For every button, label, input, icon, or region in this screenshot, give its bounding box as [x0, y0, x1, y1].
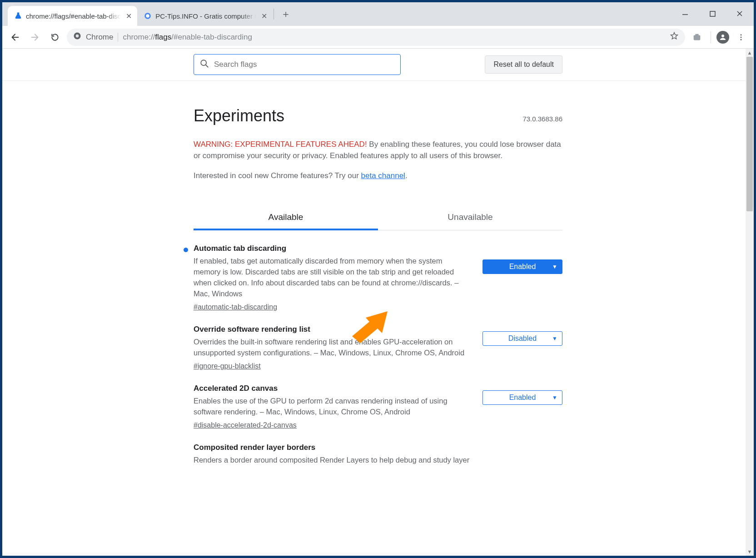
forward-button[interactable]: [27, 29, 43, 45]
browser-tab-active[interactable]: chrome://flags/#enable-tab-disc ✕: [8, 6, 137, 26]
tab-unavailable[interactable]: Unavailable: [378, 206, 562, 230]
close-window-button[interactable]: [729, 5, 750, 23]
tab-title: chrome://flags/#enable-tab-disc: [26, 12, 121, 20]
close-icon[interactable]: ✕: [124, 12, 133, 20]
flags-body: Experiments 73.0.3683.86 WARNING: EXPERI…: [194, 106, 562, 466]
window-controls: [675, 2, 750, 25]
flags-tabs: Available Unavailable: [194, 206, 562, 230]
flask-icon: [14, 12, 22, 20]
flag-description: Overrides the built-in software renderin…: [194, 337, 470, 359]
svg-point-10: [721, 35, 724, 37]
flag-item: Composited render layer borders Renders …: [194, 429, 562, 466]
maximize-button[interactable]: [702, 5, 723, 23]
svg-point-14: [201, 60, 206, 65]
page-title: Experiments: [194, 106, 284, 125]
beta-channel-link[interactable]: beta channel: [361, 171, 405, 180]
flag-anchor-link[interactable]: #ignore-gpu-blacklist: [194, 362, 261, 370]
flag-title: Accelerated 2D canvas: [194, 384, 470, 393]
flag-description: Enables the use of the GPU to perform 2d…: [194, 396, 470, 418]
chevron-down-icon: ▼: [552, 264, 557, 270]
svg-point-12: [741, 36, 742, 38]
browser-toolbar: Chrome chrome://flags/#enable-tab-discar…: [2, 26, 754, 49]
menu-icon[interactable]: [733, 29, 749, 45]
extension-icon[interactable]: [689, 29, 705, 45]
url-text: chrome://flags/#enable-tab-discarding: [123, 33, 252, 42]
svg-point-11: [741, 34, 742, 35]
svg-point-13: [741, 39, 742, 40]
flag-item: Override software rendering list Overrid…: [194, 311, 562, 370]
search-flags-box[interactable]: [194, 54, 401, 75]
globe-icon: [144, 12, 152, 20]
flag-anchor-link[interactable]: #disable-accelerated-2d-canvas: [194, 421, 297, 429]
toolbar-divider: [711, 31, 711, 43]
scrollbar-thumb[interactable]: [746, 57, 753, 211]
profile-avatar[interactable]: [716, 31, 729, 44]
search-icon: [199, 59, 209, 70]
flag-item: Accelerated 2D canvas Enables the use of…: [194, 370, 562, 429]
flag-title: Composited render layer borders: [194, 443, 562, 452]
url-chip: Chrome: [86, 33, 118, 42]
chevron-down-icon: ▼: [552, 335, 557, 342]
warning-label: WARNING: EXPERIMENTAL FEATURES AHEAD!: [194, 140, 367, 149]
browser-tab[interactable]: PC-Tips.INFO - Gratis computer t ✕: [137, 6, 273, 26]
svg-rect-3: [710, 11, 715, 16]
svg-point-1: [146, 14, 150, 18]
flag-title: Override software rendering list: [194, 325, 470, 334]
scroll-up-arrow-icon[interactable]: ▲: [746, 49, 754, 57]
browser-tab-strip: chrome://flags/#enable-tab-disc ✕ PC-Tip…: [2, 2, 754, 26]
close-icon[interactable]: ✕: [260, 12, 268, 20]
chevron-down-icon: ▼: [552, 394, 557, 401]
bookmark-star-icon[interactable]: [670, 31, 679, 43]
minimize-button[interactable]: [675, 5, 696, 23]
interest-paragraph: Interested in cool new Chrome features? …: [194, 171, 562, 180]
search-input[interactable]: [214, 60, 395, 69]
flag-description: Renders a border around composited Rende…: [194, 455, 562, 466]
flag-description: If enabled, tabs get automatically disca…: [194, 256, 470, 299]
flag-state-dropdown[interactable]: Enabled ▼: [482, 259, 562, 274]
svg-line-15: [206, 65, 209, 68]
flag-state-dropdown[interactable]: Enabled ▼: [482, 390, 562, 405]
tab-available[interactable]: Available: [194, 206, 378, 230]
new-tab-button[interactable]: ＋: [278, 6, 294, 22]
version-text: 73.0.3683.86: [522, 115, 562, 123]
svg-rect-9: [695, 34, 698, 35]
flags-header-bar: Reset all to default: [2, 49, 754, 81]
flag-state-dropdown[interactable]: Disabled ▼: [482, 331, 562, 346]
flag-item: Automatic tab discarding If enabled, tab…: [194, 230, 562, 311]
page-content: Reset all to default Experiments 73.0.36…: [2, 49, 754, 556]
svg-point-7: [76, 35, 79, 38]
tab-title: PC-Tips.INFO - Gratis computer t: [155, 12, 256, 20]
back-button[interactable]: [7, 29, 23, 45]
chrome-icon: [73, 32, 81, 42]
flag-title: Automatic tab discarding: [194, 244, 470, 253]
scroll-down-arrow-icon[interactable]: ▼: [746, 548, 754, 556]
svg-rect-8: [694, 35, 701, 40]
reset-all-button[interactable]: Reset all to default: [485, 55, 562, 74]
modified-dot-icon: [184, 248, 188, 252]
reload-button[interactable]: [47, 29, 63, 45]
flag-anchor-link[interactable]: #automatic-tab-discarding: [194, 303, 277, 311]
address-bar[interactable]: Chrome chrome://flags/#enable-tab-discar…: [67, 29, 685, 46]
tab-separator: [274, 9, 274, 20]
warning-paragraph: WARNING: EXPERIMENTAL FEATURES AHEAD! By…: [194, 139, 562, 161]
vertical-scrollbar[interactable]: ▲ ▼: [746, 49, 754, 556]
